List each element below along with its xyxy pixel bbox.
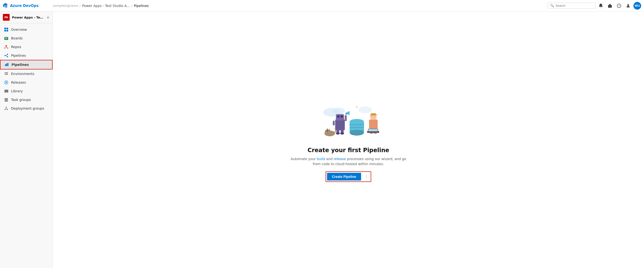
help-button[interactable]: ? xyxy=(615,2,623,10)
overview-label: Overview xyxy=(11,28,27,32)
sidebar-item-pipelines[interactable]: Pipelines xyxy=(0,60,52,69)
logo-text: Azure DevOps xyxy=(10,4,39,8)
sidebar-item-boards[interactable]: Boards xyxy=(0,34,52,43)
sidebar-nav: Overview Boards Repos P xyxy=(0,23,52,115)
svg-point-3 xyxy=(628,4,629,6)
library-icon xyxy=(4,89,9,93)
svg-text:?: ? xyxy=(618,5,620,7)
sidebar-item-releases[interactable]: Releases xyxy=(0,78,52,87)
svg-point-12 xyxy=(4,55,6,56)
svg-point-13 xyxy=(7,54,8,55)
svg-rect-7 xyxy=(6,30,8,32)
svg-point-43 xyxy=(342,116,343,117)
sidebar-item-pipelines-parent[interactable]: Pipelines xyxy=(0,51,52,60)
svg-rect-44 xyxy=(345,115,347,121)
svg-point-42 xyxy=(338,116,339,117)
empty-state-description: Automate your build and release processe… xyxy=(288,157,408,167)
svg-rect-46 xyxy=(346,113,347,115)
deployment-groups-label: Deployment groups xyxy=(11,106,44,110)
svg-point-14 xyxy=(7,56,8,57)
breadcrumb-current: Pipelines xyxy=(134,4,149,8)
svg-point-20 xyxy=(5,73,6,73)
avatar-button[interactable]: WU xyxy=(634,2,641,10)
deployment-groups-icon xyxy=(4,106,9,111)
release-link[interactable]: release xyxy=(334,157,346,161)
svg-point-50 xyxy=(336,132,340,135)
svg-point-30 xyxy=(6,107,7,108)
boards-icon xyxy=(4,36,9,41)
svg-rect-29 xyxy=(4,101,8,101)
pipeline-illustration xyxy=(312,98,384,141)
svg-rect-25 xyxy=(6,90,7,92)
svg-rect-16 xyxy=(6,63,7,66)
empty-state-title: Create your first Pipeline xyxy=(308,147,389,154)
create-pipeline-area: Create Pipeline ⋮ xyxy=(326,171,371,182)
environments-label: Environments xyxy=(11,72,34,76)
overview-icon xyxy=(4,27,9,32)
svg-rect-38 xyxy=(335,119,345,130)
svg-point-56 xyxy=(327,131,328,132)
svg-marker-55 xyxy=(328,128,330,130)
breadcrumb-project[interactable]: Power Apps - Test Studio A... xyxy=(82,4,130,8)
svg-rect-27 xyxy=(4,98,8,99)
sidebar-item-library[interactable]: Library xyxy=(0,87,52,95)
svg-rect-15 xyxy=(5,64,6,66)
svg-rect-65 xyxy=(369,119,378,128)
sidebar: PA Power Apps - Test Stud... + Overview … xyxy=(0,12,53,268)
empty-state: Create your first Pipeline Automate your… xyxy=(288,98,408,182)
topbar: Azure DevOps sampleorgname / Power Apps … xyxy=(0,0,644,12)
svg-rect-5 xyxy=(6,28,8,29)
project-selector[interactable]: PA Power Apps - Test Stud... + xyxy=(0,12,52,23)
sidebar-item-task-groups[interactable]: Task groups xyxy=(0,95,52,104)
releases-icon xyxy=(4,80,9,85)
repos-icon xyxy=(4,45,9,49)
svg-rect-70 xyxy=(368,129,378,131)
svg-point-51 xyxy=(340,132,344,135)
breadcrumb-sep-2: / xyxy=(131,4,132,8)
svg-rect-23 xyxy=(4,90,5,92)
pipelines-label: Pipelines xyxy=(12,63,29,67)
build-link[interactable]: build xyxy=(317,157,325,161)
breadcrumb-org: sampleorgname xyxy=(53,4,78,8)
pipelines-parent-label: Pipelines xyxy=(11,54,26,57)
layout: PA Power Apps - Test Stud... + Overview … xyxy=(0,12,644,268)
add-project-icon[interactable]: + xyxy=(46,15,50,20)
svg-point-35 xyxy=(358,106,372,113)
breadcrumb-sep-1: / xyxy=(80,4,80,8)
user-settings-button[interactable] xyxy=(624,2,632,10)
svg-rect-39 xyxy=(336,114,344,120)
svg-point-37 xyxy=(377,114,378,115)
boards-label: Boards xyxy=(11,36,22,40)
topbar-right: 🔍 ? WU xyxy=(548,2,641,10)
svg-point-36 xyxy=(356,106,358,108)
create-pipeline-button[interactable]: Create Pipeline xyxy=(327,173,361,181)
svg-rect-28 xyxy=(4,99,8,100)
svg-rect-4 xyxy=(4,28,6,29)
svg-rect-47 xyxy=(333,121,335,125)
sidebar-item-overview[interactable]: Overview xyxy=(0,25,52,34)
pipelines-parent-icon xyxy=(4,53,9,58)
environments-icon xyxy=(4,71,9,76)
releases-label: Releases xyxy=(11,80,26,84)
search-box[interactable]: 🔍 xyxy=(548,3,596,9)
svg-rect-17 xyxy=(8,63,8,66)
svg-rect-6 xyxy=(4,30,6,32)
svg-rect-24 xyxy=(6,90,6,92)
sidebar-item-deployment-groups[interactable]: Deployment groups xyxy=(0,104,52,113)
svg-point-21 xyxy=(5,74,6,74)
search-icon: 🔍 xyxy=(550,4,554,8)
svg-marker-45 xyxy=(347,111,350,115)
sidebar-item-repos[interactable]: Repos xyxy=(0,43,52,51)
notifications-button[interactable] xyxy=(597,2,605,10)
search-input[interactable] xyxy=(556,4,593,8)
pipelines-sub-icon xyxy=(4,62,9,67)
main-content: Create your first Pipeline Automate your… xyxy=(53,12,644,268)
sidebar-item-environments[interactable]: Environments xyxy=(0,69,52,78)
azure-devops-logo[interactable]: Azure DevOps xyxy=(3,3,51,9)
library-label: Library xyxy=(11,89,23,93)
svg-point-34 xyxy=(333,108,345,114)
repos-label: Repos xyxy=(11,45,21,49)
svg-rect-26 xyxy=(8,90,8,92)
more-options-button[interactable]: ⋮ xyxy=(363,173,370,180)
basket-button[interactable] xyxy=(606,2,614,10)
